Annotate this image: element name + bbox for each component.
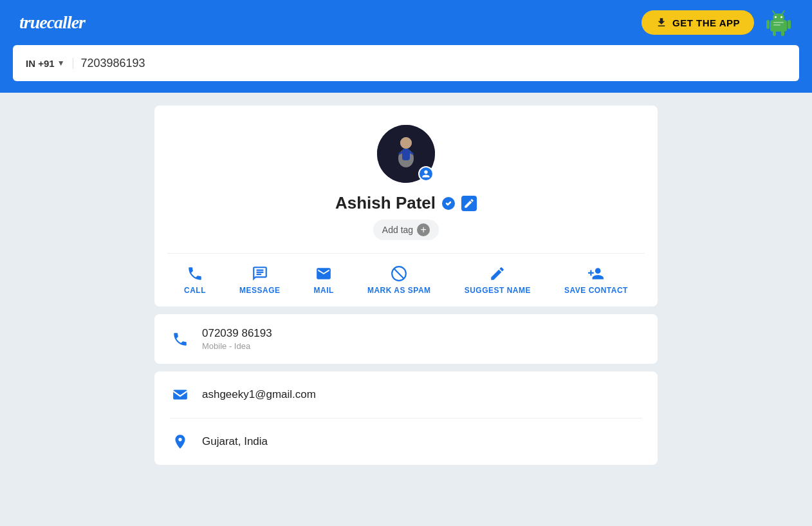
avatar-badge xyxy=(418,166,434,182)
edit-icon[interactable] xyxy=(461,196,477,211)
download-icon xyxy=(656,17,667,28)
mail-label: MAIL xyxy=(314,286,334,295)
country-code: IN +91 xyxy=(26,58,55,69)
message-icon xyxy=(252,265,268,282)
svg-rect-8 xyxy=(773,31,776,36)
phone-info-icon xyxy=(170,329,190,350)
pencil-icon xyxy=(463,198,475,209)
search-bar-container: IN +91 ▼ xyxy=(0,45,812,93)
save-contact-button[interactable]: SAVE CONTACT xyxy=(554,263,638,297)
svg-point-2 xyxy=(775,16,777,18)
action-bar: CALL MESSAGE MAIL xyxy=(167,253,645,306)
mail-button[interactable]: MAIL xyxy=(304,263,344,297)
svg-line-21 xyxy=(394,268,404,278)
phone-text-group: 072039 86193 Mobile - Idea xyxy=(202,327,272,351)
person-icon xyxy=(421,169,430,178)
phone-number-display: 072039 86193 xyxy=(202,327,272,340)
mark-as-spam-label: MARK AS SPAM xyxy=(367,286,431,295)
location-display: Gujarat, India xyxy=(202,435,268,448)
svg-rect-1 xyxy=(773,14,784,21)
header: truecaller GET THE APP xyxy=(0,0,812,45)
svg-point-15 xyxy=(400,137,412,149)
truecaller-logo: truecaller xyxy=(19,12,85,33)
location-text-group: Gujarat, India xyxy=(202,435,268,448)
phone-number-input[interactable] xyxy=(81,57,786,70)
main-content: Ashish Patel Add tag + xyxy=(0,93,812,478)
phone-info-card: 072039 86193 Mobile - Idea xyxy=(154,314,658,364)
location-pin-icon xyxy=(172,433,189,450)
location-icon xyxy=(170,431,190,452)
profile-name: Ashish Patel xyxy=(335,193,436,213)
phone-filled-icon xyxy=(172,331,189,348)
svg-rect-6 xyxy=(766,20,770,29)
email-icon xyxy=(170,384,190,405)
mail-icon xyxy=(315,265,332,282)
call-button[interactable]: CALL xyxy=(174,263,216,297)
message-label: MESSAGE xyxy=(239,286,281,295)
svg-rect-11 xyxy=(773,24,780,26)
svg-rect-7 xyxy=(788,20,791,29)
profile-name-row: Ashish Patel xyxy=(335,193,477,213)
svg-line-4 xyxy=(773,11,775,14)
profile-card: Ashish Patel Add tag + xyxy=(154,106,658,306)
get-app-button[interactable]: GET THE APP xyxy=(641,10,754,35)
mark-as-spam-button[interactable]: MARK AS SPAM xyxy=(357,263,441,297)
suggest-name-button[interactable]: SUGGEST NAME xyxy=(454,263,541,297)
email-row: ashgeeky1@gmail.com xyxy=(154,371,658,418)
save-contact-icon xyxy=(587,265,604,282)
spam-icon xyxy=(391,265,407,282)
suggest-name-icon xyxy=(489,265,506,282)
message-button[interactable]: MESSAGE xyxy=(229,263,291,297)
svg-line-5 xyxy=(782,11,784,14)
add-tag-plus-icon: + xyxy=(417,223,430,236)
svg-rect-10 xyxy=(773,22,784,23)
avatar-container xyxy=(377,125,435,183)
contact-details-card: ashgeeky1@gmail.com Gujarat, India xyxy=(154,371,658,465)
svg-point-3 xyxy=(780,16,782,18)
add-tag-button[interactable]: Add tag + xyxy=(373,220,439,240)
suggest-name-label: SUGGEST NAME xyxy=(465,286,531,295)
phone-icon xyxy=(187,265,203,282)
verified-icon xyxy=(441,196,456,211)
search-bar: IN +91 ▼ xyxy=(13,45,799,81)
checkmark-verified-icon xyxy=(441,196,456,211)
email-text-group: ashgeeky1@gmail.com xyxy=(202,388,316,401)
location-row: Gujarat, India xyxy=(154,418,658,465)
phone-info-row: 072039 86193 Mobile - Idea xyxy=(154,314,658,364)
header-right: GET THE APP xyxy=(641,8,793,37)
country-selector[interactable]: IN +91 ▼ xyxy=(26,58,73,69)
get-app-label: GET THE APP xyxy=(672,17,740,28)
svg-rect-22 xyxy=(173,390,187,399)
mail-filled-icon xyxy=(172,386,189,403)
email-address: ashgeeky1@gmail.com xyxy=(202,388,316,401)
chevron-down-icon: ▼ xyxy=(57,59,65,68)
svg-rect-16 xyxy=(402,149,410,160)
svg-rect-9 xyxy=(781,31,784,36)
phone-type: Mobile - Idea xyxy=(202,341,272,351)
svg-rect-0 xyxy=(770,20,787,32)
add-tag-label: Add tag xyxy=(382,225,413,235)
call-label: CALL xyxy=(184,286,206,295)
save-contact-label: SAVE CONTACT xyxy=(564,286,628,295)
android-icon[interactable] xyxy=(764,8,793,37)
